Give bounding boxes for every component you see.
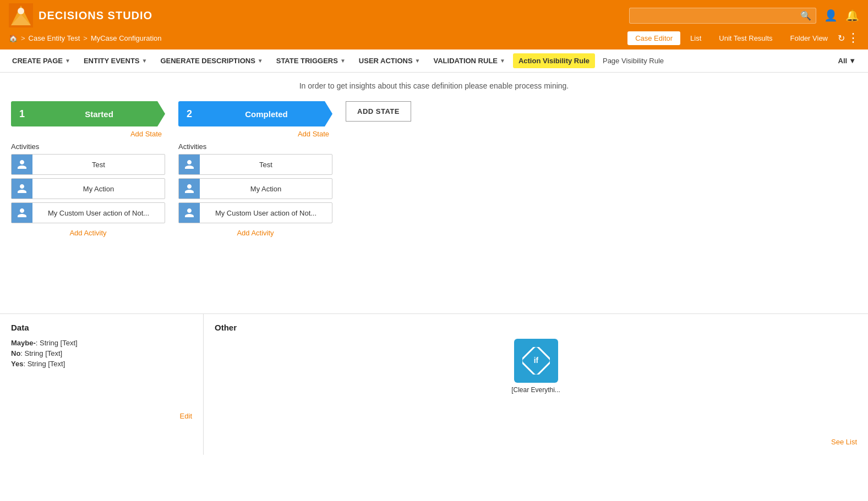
nav-page-visibility[interactable]: Page Visibility Rule bbox=[597, 53, 669, 68]
user-icon bbox=[184, 183, 195, 194]
chevron-down-icon: ▼ bbox=[415, 58, 421, 64]
nav-create-page[interactable]: CREATE PAGE ▼ bbox=[7, 53, 76, 68]
add-activity-link-2[interactable]: Add Activity bbox=[178, 229, 332, 237]
svg-point-3 bbox=[18, 8, 24, 14]
app-title: DECISIONS STUDIO bbox=[39, 9, 152, 22]
activity-name-myaction-1: My Action bbox=[32, 180, 165, 197]
bottom-data-panel: Data Maybe-: String [Text] No: String [T… bbox=[0, 314, 204, 455]
notification-icon[interactable]: 🔔 bbox=[845, 9, 859, 22]
activity-name-test-1: Test bbox=[32, 156, 165, 173]
data-item-maybe: Maybe-: String [Text] bbox=[11, 339, 192, 347]
nav-create-page-label: CREATE PAGE bbox=[12, 57, 63, 65]
nav-action-visibility-label: Action Visibility Rule bbox=[518, 57, 589, 65]
state-header-completed[interactable]: 2 Completed bbox=[178, 101, 332, 126]
tab-case-editor[interactable]: Case Editor bbox=[627, 31, 680, 45]
chevron-down-icon: ▼ bbox=[500, 58, 505, 64]
data-title: Data bbox=[11, 323, 192, 332]
svg-text:if: if bbox=[533, 356, 538, 365]
data-type-yes: : String [Text] bbox=[23, 360, 65, 368]
tab-folder-view[interactable]: Folder View bbox=[783, 31, 836, 45]
data-item-no: No: String [Text] bbox=[11, 349, 192, 357]
flow-item-label: [Clear Everythi... bbox=[511, 386, 560, 394]
main-content: In order to get insights about this case… bbox=[0, 73, 868, 309]
nav-user-actions-label: USER ACTIONS bbox=[359, 57, 413, 65]
activity-custom-1[interactable]: My Custom User action of Not... bbox=[11, 202, 165, 223]
user-icon bbox=[17, 183, 28, 194]
user-icon bbox=[17, 159, 28, 170]
activities-label-1: Activities bbox=[11, 142, 165, 151]
nav-entity-events-label: ENTITY EVENTS bbox=[84, 57, 140, 65]
header-right: 🔍 👤 🔔 bbox=[629, 8, 859, 24]
breadcrumb-config: MyCase Configuration bbox=[91, 34, 162, 42]
refresh-icon[interactable]: ↻ bbox=[838, 33, 845, 43]
activity-icon-6 bbox=[179, 203, 200, 223]
tab-list[interactable]: List bbox=[683, 31, 709, 45]
nav-generate-descriptions[interactable]: GENERATE DESCRIPTIONS ▼ bbox=[155, 53, 268, 68]
activity-name-myaction-2: My Action bbox=[200, 180, 332, 197]
breadcrumb: 🏠 > Case Entity Test > MyCase Configurat… bbox=[9, 34, 162, 42]
search-bar[interactable]: 🔍 bbox=[629, 8, 816, 24]
search-icon: 🔍 bbox=[800, 10, 811, 21]
activity-name-custom-1: My Custom User action of Not... bbox=[32, 205, 165, 222]
activity-test-2[interactable]: Test bbox=[178, 154, 332, 175]
chevron-down-icon: ▼ bbox=[258, 58, 263, 64]
edit-link[interactable]: Edit bbox=[180, 412, 192, 420]
state-name-completed: Completed bbox=[200, 101, 332, 126]
breadcrumb-tabs: Case Editor List Unit Test Results Folde… bbox=[627, 31, 859, 45]
logo-icon bbox=[9, 3, 33, 27]
nav-all[interactable]: All ▼ bbox=[833, 53, 862, 68]
chevron-down-icon: ▼ bbox=[849, 57, 856, 65]
activity-icon-5 bbox=[179, 179, 200, 199]
tab-unit-test[interactable]: Unit Test Results bbox=[711, 31, 780, 45]
add-state-link-1[interactable]: Add State bbox=[11, 130, 165, 138]
user-icon bbox=[184, 207, 195, 218]
state-header-started[interactable]: 1 Started bbox=[11, 101, 165, 126]
nav-entity-events[interactable]: ENTITY EVENTS ▼ bbox=[78, 53, 153, 68]
breadcrumb-bar: 🏠 > Case Entity Test > MyCase Configurat… bbox=[0, 31, 868, 49]
add-state-area: ADD STATE bbox=[346, 101, 411, 122]
state-number-1: 1 bbox=[11, 101, 33, 126]
activity-myaction-2[interactable]: My Action bbox=[178, 178, 332, 199]
data-label-no: No bbox=[11, 349, 20, 357]
see-list-link[interactable]: See List bbox=[831, 438, 857, 446]
bottom-other-panel: Other if [Clear Everythi... See List bbox=[204, 314, 868, 455]
header-left: DECISIONS STUDIO bbox=[9, 3, 152, 27]
state-column-started: 1 Started Add State Activities Test My A… bbox=[11, 101, 165, 237]
add-state-button[interactable]: ADD STATE bbox=[346, 101, 411, 122]
add-activity-link-1[interactable]: Add Activity bbox=[11, 229, 165, 237]
logo-area: DECISIONS STUDIO bbox=[9, 3, 152, 27]
state-column-completed: 2 Completed Add State Activities Test My… bbox=[178, 101, 332, 237]
data-type-maybe: : String [Text] bbox=[36, 339, 78, 347]
chevron-down-icon: ▼ bbox=[340, 58, 346, 64]
state-name-started: Started bbox=[33, 101, 165, 126]
user-icon bbox=[184, 159, 195, 170]
states-container: 1 Started Add State Activities Test My A… bbox=[11, 101, 857, 237]
nav-state-triggers-label: STATE TRIGGERS bbox=[276, 57, 338, 65]
nav-validation-rule-label: VALIDATION RULE bbox=[433, 57, 498, 65]
profile-icon[interactable]: 👤 bbox=[824, 9, 838, 22]
activities-label-2: Activities bbox=[178, 142, 332, 151]
activity-myaction-1[interactable]: My Action bbox=[11, 178, 165, 199]
breadcrumb-sep1: > bbox=[21, 34, 25, 42]
activity-custom-2[interactable]: My Custom User action of Not... bbox=[178, 202, 332, 223]
activity-icon-3 bbox=[12, 203, 32, 223]
add-state-link-2[interactable]: Add State bbox=[178, 130, 332, 138]
more-options-icon[interactable]: ⋮ bbox=[847, 31, 859, 45]
nav-page-visibility-label: Page Visibility Rule bbox=[603, 57, 664, 65]
flow-item-clear[interactable]: if [Clear Everythi... bbox=[215, 339, 857, 394]
if-block-icon[interactable]: if bbox=[514, 339, 558, 383]
chevron-down-icon: ▼ bbox=[65, 58, 70, 64]
activity-icon-2 bbox=[12, 179, 32, 199]
user-icon bbox=[17, 207, 28, 218]
nav-action-visibility[interactable]: Action Visibility Rule bbox=[513, 53, 595, 68]
nav-validation-rule[interactable]: VALIDATION RULE ▼ bbox=[428, 53, 510, 68]
activity-icon-1 bbox=[12, 155, 32, 174]
activity-name-test-2: Test bbox=[200, 156, 332, 173]
nav-user-actions[interactable]: USER ACTIONS ▼ bbox=[353, 53, 426, 68]
activity-test-1[interactable]: Test bbox=[11, 154, 165, 175]
search-input[interactable] bbox=[634, 12, 800, 20]
breadcrumb-case-entity[interactable]: Case Entity Test bbox=[29, 34, 80, 42]
nav-generate-descriptions-label: GENERATE DESCRIPTIONS bbox=[160, 57, 255, 65]
home-icon[interactable]: 🏠 bbox=[9, 34, 18, 42]
nav-state-triggers[interactable]: STATE TRIGGERS ▼ bbox=[271, 53, 351, 68]
